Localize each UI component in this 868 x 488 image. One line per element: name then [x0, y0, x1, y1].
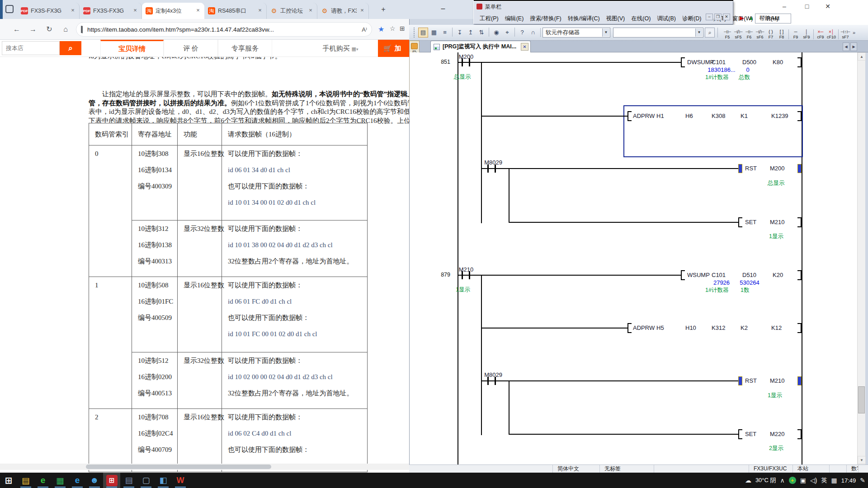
instruction-operand[interactable]: K80: [773, 59, 783, 66]
scrollbar-thumb[interactable]: [86, 465, 271, 469]
add-to-cart-button[interactable]: 🛒加: [378, 40, 409, 57]
browser-tab[interactable]: PDFFX3S-FX3G×: [80, 3, 142, 19]
file-explorer[interactable]: ▤: [17, 473, 34, 488]
contact-device[interactable]: M8029: [481, 371, 505, 378]
collections-icon[interactable]: ⊞: [400, 25, 405, 32]
menu-item[interactable]: 编辑(E): [502, 15, 527, 23]
window-app[interactable]: ◧: [155, 473, 172, 488]
instruction-operand[interactable]: C101: [712, 272, 726, 278]
tab-close-icon[interactable]: ×: [256, 7, 264, 14]
browser-tab[interactable]: ⚙请教，FX3×: [317, 3, 369, 19]
tab-close-icon[interactable]: ×: [307, 7, 314, 14]
tab-close-icon[interactable]: ×: [359, 7, 366, 14]
menu-item[interactable]: 视图(V): [603, 15, 628, 23]
shop-tab-service[interactable]: 专享服务: [218, 40, 272, 57]
ladder-tool-cF9[interactable]: ×─cF9: [815, 29, 826, 39]
instruction-operand[interactable]: D510: [742, 272, 756, 278]
menu-item[interactable]: 搜索/替换(F): [527, 15, 564, 23]
instruction-operand[interactable]: M200: [770, 165, 785, 172]
instruction-name[interactable]: RST: [745, 165, 757, 172]
browser-tab[interactable]: ⚙工控论坛×: [267, 3, 317, 19]
read-aloud-icon[interactable]: A⁾: [362, 26, 367, 33]
contact-device[interactable]: M200: [455, 53, 477, 60]
network-icon[interactable]: ▣: [800, 477, 806, 484]
menu-item[interactable]: 窗口(W): [729, 15, 756, 23]
url-text[interactable]: https://item.taobao.com/item.htm?spm=a23…: [87, 26, 359, 33]
program-document-tab[interactable]: [PRG]监视写入 执行中 MAI... ✕: [430, 41, 531, 52]
instruction-name[interactable]: SET: [745, 219, 756, 225]
speaker-icon[interactable]: ◁): [810, 477, 817, 484]
instruction-operand[interactable]: K1239: [771, 113, 788, 119]
vertical-scrollbar[interactable]: ▲ ▼: [857, 52, 865, 465]
tab-close-icon[interactable]: ×: [69, 7, 76, 14]
menu-item[interactable]: 帮助(H): [756, 15, 781, 23]
tab-close-icon[interactable]: ×: [194, 7, 202, 14]
browser-minimize-button[interactable]: –: [436, 4, 450, 14]
instruction-operand[interactable]: K308: [712, 113, 725, 119]
tab-scroll-left-icon[interactable]: ◀: [843, 42, 849, 51]
tab-close-icon[interactable]: ×: [132, 7, 139, 14]
edge-browser[interactable]: e: [69, 473, 86, 488]
plc-green-app[interactable]: ▦: [52, 473, 69, 488]
navigation-window-icon[interactable]: ▤: [418, 28, 428, 38]
write-to-plc-icon[interactable]: ↧: [455, 28, 465, 38]
instruction-operand[interactable]: H6: [685, 113, 693, 119]
find-icon[interactable]: ∩: [528, 28, 538, 38]
menu-item[interactable]: 在线(O): [628, 15, 654, 23]
instruction-name[interactable]: DWSUMP: [687, 59, 714, 66]
instruction-operand[interactable]: K1: [741, 113, 748, 119]
instruction-operand[interactable]: H10: [685, 324, 696, 331]
scroll-up-icon[interactable]: ▲: [858, 52, 866, 61]
verify-with-plc-icon[interactable]: ⇅: [476, 28, 486, 38]
ladder-tool-sF6[interactable]: ⊣/⊢sF6: [755, 29, 765, 39]
ime-grid-icon[interactable]: ▦: [831, 477, 837, 484]
favorite-star-icon[interactable]: ★: [378, 25, 384, 33]
ladder-tool-sF9[interactable]: │sF9: [801, 29, 812, 39]
instruction-operand[interactable]: M210: [770, 219, 785, 225]
read-from-plc-icon[interactable]: ↥: [466, 28, 476, 38]
shop-search-button[interactable]: ⌕: [60, 41, 81, 55]
clock[interactable]: 17:49: [841, 477, 856, 484]
start-button[interactable]: ⊞: [0, 473, 17, 488]
browser-workspaces-icon[interactable]: [5, 5, 14, 13]
menu-item[interactable]: 转换/编译(C): [565, 15, 603, 23]
instruction-operand[interactable]: K12: [771, 324, 782, 331]
scroll-down-icon[interactable]: ▼: [858, 456, 866, 464]
shop-tab-detail[interactable]: 宝贝详情: [100, 40, 164, 57]
notes-icon[interactable]: ✎: [860, 477, 865, 484]
instruction-operand[interactable]: K2: [741, 324, 748, 331]
ladder-tool-F9[interactable]: ─F9: [790, 29, 801, 39]
list-view-icon[interactable]: ≡: [440, 28, 450, 38]
instruction-operand[interactable]: K20: [773, 272, 783, 278]
instruction-operand[interactable]: K312: [712, 324, 725, 331]
favorites-icon[interactable]: ☆: [390, 25, 396, 32]
address-bar[interactable]: https://item.taobao.com/item.htm?spm=a23…: [76, 22, 372, 37]
instruction-operand[interactable]: H1: [656, 113, 664, 119]
calculator-app[interactable]: ▤: [120, 473, 137, 488]
menubar-restore-icon[interactable]: ❐: [714, 14, 722, 20]
device-search-icon[interactable]: ⌖: [502, 28, 512, 38]
refresh-icon[interactable]: ↻: [43, 23, 55, 35]
menu-item[interactable]: 工程(P): [476, 15, 502, 23]
shop-tab-mobile[interactable]: 手机购买▦▾: [311, 40, 370, 57]
menu-item[interactable]: 诊断(D): [679, 15, 704, 23]
tab-close-icon[interactable]: ✕: [521, 43, 528, 51]
browser-tab[interactable]: 淘RS485串口×: [204, 3, 267, 19]
instruction-operand[interactable]: M220: [770, 431, 785, 437]
shop-tab-reviews[interactable]: 评 价: [164, 40, 218, 57]
gx-works2[interactable]: ⊞: [103, 473, 120, 488]
plc-maximize-button[interactable]: □: [799, 1, 815, 12]
monitor-mode-icon[interactable]: ◉: [491, 28, 501, 38]
ladder-tool-F7[interactable]: ( )F7: [765, 29, 776, 39]
help-icon[interactable]: ?: [517, 28, 527, 38]
hidden-icons-chevron[interactable]: ∧: [780, 477, 785, 484]
menubar-minimize-icon[interactable]: –: [706, 14, 713, 20]
horizontal-scrollbar[interactable]: [0, 464, 409, 470]
instruction-operand[interactable]: D500: [742, 59, 756, 66]
instruction-operand[interactable]: C101: [712, 59, 726, 66]
ladder-tool-cF10[interactable]: ×│cF10: [826, 29, 837, 39]
security-shield-icon[interactable]: +: [789, 477, 796, 484]
weather-icon[interactable]: ☁: [745, 477, 751, 484]
scrollbar-thumb[interactable]: [858, 386, 865, 413]
instruction-operand[interactable]: M210: [770, 377, 785, 384]
